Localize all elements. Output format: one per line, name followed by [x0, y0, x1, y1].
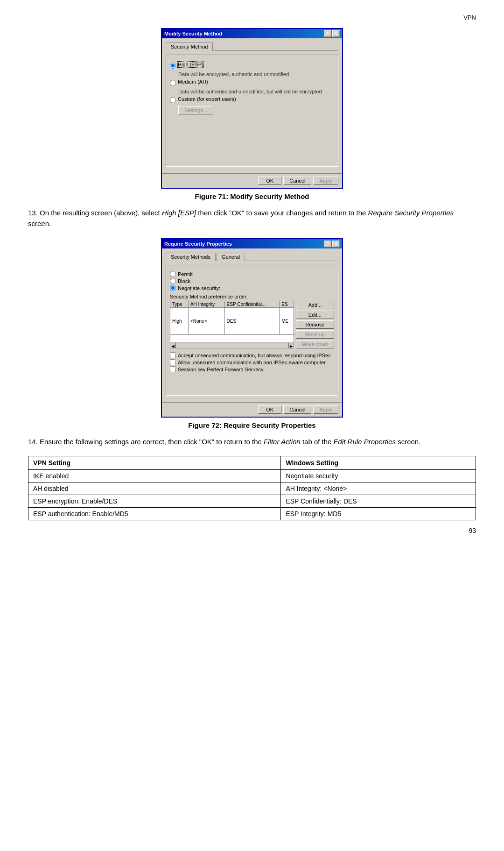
row1-esp: DES: [224, 308, 280, 335]
inner-panel2: Permit Block Negotiate security: Securit…: [166, 265, 338, 396]
dialog-content: Security Method High (ESP) Data will be …: [162, 38, 342, 173]
step14-text1: Ensure the following settings are correc…: [40, 438, 264, 446]
checkbox1[interactable]: [170, 352, 176, 358]
remove-button[interactable]: Remove: [296, 320, 334, 329]
table-row[interactable]: High <None> DES ME: [170, 308, 294, 335]
tab-bar: Security Method: [166, 42, 338, 51]
col-ah: AH Integrity: [188, 301, 224, 308]
step13-number: 13.: [28, 209, 38, 217]
radio-permit-item: Permit: [170, 271, 334, 277]
radio-group: High (ESP) Data will be encrypted, authe…: [170, 62, 334, 114]
step13-text3: screen.: [28, 220, 51, 227]
checkbox3[interactable]: [170, 366, 176, 372]
step14-text2: tab of the: [301, 438, 334, 446]
edit-button[interactable]: Edit...: [296, 311, 334, 319]
table-row: IKE enabledNegotiate security: [28, 469, 476, 482]
row1-ah: <None>: [188, 308, 224, 335]
radio-negotiate[interactable]: [170, 285, 176, 291]
close2-button[interactable]: ✕: [332, 241, 340, 247]
help-button[interactable]: ?: [324, 30, 331, 37]
radio-permit-label: Permit: [178, 271, 193, 277]
step13-text: 13. On the resulting screen (above), sel…: [28, 208, 476, 229]
apply-button[interactable]: Apply: [313, 177, 338, 185]
row4-windows: ESP Integrity: MD5: [281, 507, 476, 520]
radio-permit[interactable]: [170, 271, 176, 277]
step13-text1: On the resulting screen (above), select: [40, 209, 162, 217]
close-button[interactable]: ✕: [332, 30, 340, 37]
add-button[interactable]: Add...: [296, 301, 334, 309]
radio-block[interactable]: [170, 278, 176, 284]
row1-windows: Negotiate security: [281, 469, 476, 482]
row2-windows: AH Integrity: <None>: [281, 482, 476, 495]
checkbox2-label: Allow unsecured communication with non I…: [178, 360, 326, 365]
figure2-wrapper: Require Security Properties ? ✕ Security…: [28, 238, 476, 418]
titlebar-controls: ? ✕: [324, 30, 340, 37]
tab-general[interactable]: General: [217, 253, 245, 261]
radio-high-label: High (ESP): [178, 62, 203, 67]
ok2-button[interactable]: OK: [258, 405, 281, 414]
figure1-caption: Figure 71: Modify Security Method: [28, 192, 476, 200]
settings-button[interactable]: Settings...: [178, 106, 213, 114]
dialog2-titlebar: Require Security Properties ? ✕: [162, 239, 342, 248]
checkbox3-label: Session key Perfect Forward Secrecy: [178, 367, 263, 372]
table-container: Type AH Integrity ESP Confidential... ES…: [170, 301, 334, 348]
help2-button[interactable]: ?: [324, 241, 331, 247]
row4-vpn: ESP authentication: Enable/MD5: [28, 507, 281, 520]
tab2-bar: Security Methods General: [166, 252, 338, 261]
radio-custom[interactable]: [170, 97, 176, 103]
dialog2-content: Security Methods General Permit Block: [162, 248, 342, 402]
step13-italic2: Require Security Properties: [368, 209, 454, 217]
checkbox1-item: Accept unsecured communication, but alwa…: [170, 352, 334, 358]
row2-vpn: AH disabled: [28, 482, 281, 495]
radio-medium-label: Medium (AH): [178, 79, 208, 85]
moveup-button[interactable]: Move up: [296, 330, 334, 339]
radio-block-label: Block: [178, 278, 190, 284]
cancel-button[interactable]: Cancel: [283, 177, 311, 185]
titlebar2-controls: ? ✕: [324, 241, 340, 247]
movedown-button[interactable]: Move down: [296, 340, 334, 348]
apply2-button[interactable]: Apply: [313, 405, 338, 414]
col-esp-conf: ESP Confidential...: [224, 301, 280, 308]
radio-medium-item: Medium (AH): [170, 79, 334, 86]
step14-text: 14. Ensure the following settings are co…: [28, 437, 476, 447]
vpn-label: VPN: [463, 14, 476, 21]
step13-text2: then click "OK" to save your changes and…: [196, 209, 368, 217]
checkbox1-label: Accept unsecured communication, but alwa…: [178, 353, 331, 358]
table-header-row: VPN Setting Windows Setting: [28, 456, 476, 469]
checkbox2-item: Allow unsecured communication with non I…: [170, 359, 334, 365]
cancel2-button[interactable]: Cancel: [283, 405, 311, 414]
inner-panel: High (ESP) Data will be encrypted, authe…: [166, 55, 338, 167]
radio-negotiate-label: Negotiate security:: [178, 285, 220, 291]
step14-text3: screen.: [396, 438, 420, 446]
step14-italic1: Filter Action: [264, 438, 301, 446]
table-area: Type AH Integrity ESP Confidential... ES…: [170, 301, 294, 348]
scrollbar-row: ◄ ►: [170, 343, 294, 348]
col-es: ES: [280, 301, 294, 308]
radio-medium-desc: Data will be authentic and unmodified, b…: [178, 89, 334, 94]
radio-high[interactable]: [170, 63, 176, 69]
radio-group2: Permit Block Negotiate security:: [170, 271, 334, 291]
checkbox-group: Accept unsecured communication, but alwa…: [170, 352, 334, 372]
radio-high-item: High (ESP): [170, 62, 334, 69]
table-row: ESP authentication: Enable/MD5ESP Integr…: [28, 507, 476, 520]
dialog-footer: OK Cancel Apply: [162, 173, 342, 188]
scroll-right[interactable]: ►: [288, 343, 294, 348]
radio-block-item: Block: [170, 278, 334, 284]
checkbox2[interactable]: [170, 359, 176, 365]
checkbox3-item: Session key Perfect Forward Secrecy: [170, 366, 334, 372]
ok-button[interactable]: OK: [258, 177, 281, 185]
table-row: ESP encryption: Enable/DESESP Confidenti…: [28, 495, 476, 507]
scroll-left[interactable]: ◄: [170, 343, 175, 348]
row1-type: High: [170, 308, 189, 335]
tab-security-method[interactable]: Security Method: [166, 43, 213, 51]
row3-windows: ESP Confidentially: DES: [281, 495, 476, 507]
col2-header: Windows Setting: [281, 456, 476, 469]
figure1-wrapper: Modify Security Method ? ✕ Security Meth…: [28, 28, 476, 189]
radio-medium[interactable]: [170, 80, 176, 86]
step13-italic1: High [ESP]: [162, 209, 196, 217]
scrollbar-track[interactable]: [175, 343, 288, 348]
step14-italic2: Edit Rule Properties: [334, 438, 396, 446]
tab-security-methods[interactable]: Security Methods: [166, 253, 216, 261]
dialog-title: Modify Security Method: [164, 31, 222, 36]
dialog2-footer: OK Cancel Apply: [162, 402, 342, 417]
